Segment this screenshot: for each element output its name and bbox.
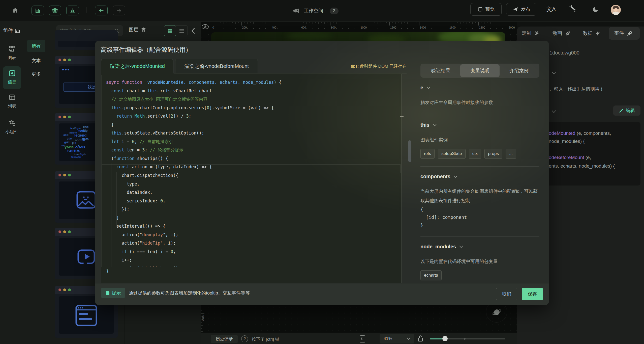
hint-badge: 提示 [101,288,125,298]
chart-tool-button[interactable] [32,6,44,15]
grid-view-button[interactable] [164,25,176,36]
preview-button[interactable]: 预览 [470,3,502,16]
current-line-highlight [102,164,401,173]
modal-doc-panel: 验证结果 变量说明 介绍案例 e 触发对应生命周期事件时接收的参数 this 图… [420,64,539,280]
ctrl-key-hint: 按下了 [ctrl] 键 [252,336,280,342]
event-code-preview: odeMounted (e, components,node_modules) … [542,122,640,186]
components-panel-title: 组件 [3,27,20,34]
help-icon[interactable]: ? [241,335,248,342]
leaf-icon [565,31,571,36]
doc-desc-components: 当前大屏内所有组件的集合id 图表组件中的配置id，可以获取其他图表组件进行控制 [420,187,539,205]
dark-mode-moon-icon[interactable] [592,6,599,13]
tab-events[interactable]: 事件 [614,27,633,40]
redo-button[interactable] [113,6,125,15]
tab-intro-examples[interactable]: 介绍案例 [500,64,539,77]
document-icon [105,290,110,296]
lightning-icon [595,30,600,36]
divider [420,166,539,167]
workspace-badge: 2 [330,8,339,14]
planet-icon [492,307,502,317]
doc-tag[interactable]: ctx [469,149,481,159]
fish-icon [292,8,300,14]
tab-vnode-before-mount[interactable]: 渲染之前-vnodeBeforeMount [175,59,258,73]
doc-tab-group: 验证结果 变量说明 介绍案例 [420,64,539,78]
doc-tag[interactable]: refs [420,149,435,159]
components-chart-icon [15,28,20,33]
layers-tool-button[interactable] [49,6,61,15]
tab-animation[interactable]: 动画 [553,27,571,40]
publish-button[interactable]: 发布 [506,3,536,16]
doc-tag[interactable]: props [484,149,502,159]
doc-section-node-modules[interactable]: node_modules [420,243,539,250]
magic-wand-icon[interactable] [568,5,576,13]
events-teaser-text: 、移入、移出】尽情期待！ [549,86,604,92]
code-closing-brace: } [106,269,109,274]
language-icon[interactable]: 文A [546,6,556,13]
editor-scrollbar-thumb[interactable] [400,116,404,117]
avatar[interactable] [611,5,621,15]
sidebar-group-charts[interactable]: 图表 [0,45,24,61]
doc-section-this[interactable]: this [420,122,539,128]
doc-tag[interactable]: ... [506,149,516,159]
undo-button[interactable] [95,6,108,15]
chevron-down-icon [433,124,437,126]
component-id-text: 1doctqwg000 [549,50,579,56]
tools-icon [534,31,540,36]
sidebar-group-widgets[interactable]: 小组件 [0,120,24,135]
workspace-title: 工作空间 - 2 [292,0,339,22]
history-button[interactable]: 历史记录 [211,335,238,343]
pencil-icon [619,108,624,113]
sidebar-group-info[interactable]: 信息 [0,70,24,85]
video-play-icon [77,249,95,264]
info-group-icon [0,70,24,77]
preview-icon [477,7,483,12]
home-icon[interactable] [12,7,19,14]
doc-desc-e: 触发对应生命周期事件时接收的参数 [420,98,539,107]
send-icon [512,6,518,12]
zoom-select[interactable]: 41% [380,334,414,343]
tab-vnode-mounted[interactable]: 渲染之后-vnodeMounted [101,59,173,73]
doc-section-e[interactable]: e [420,84,539,91]
shortcut-panel-icon[interactable] [357,334,368,343]
hint-text: 通过提供的参数可为图表增加定制化的tooltip、交互事件等等 [129,290,250,296]
tab-data[interactable]: 数据 [583,27,600,40]
indent-guide [116,172,117,227]
doc-desc-this: 图表组件实例 [420,135,539,145]
cancel-button[interactable]: 取消 [496,288,517,300]
list-view-button[interactable] [176,25,188,36]
indent-guide [122,180,122,210]
tips-text: tips: 此时组件 DOM 已经存在 [345,63,407,69]
chevron-down-icon[interactable] [551,71,556,74]
indent-guide [111,163,111,267]
layers-view-toggle [164,25,188,36]
rocket-icon [627,30,633,36]
doc-panel-scrollbar[interactable] [408,140,411,162]
tab-customize[interactable]: 定制 [522,27,540,40]
doc-section-components[interactable]: components [420,173,539,180]
divider [420,236,539,237]
horizontal-ruler: 0200400600800100012001400160018002000 [210,22,517,31]
tab-validation-result[interactable]: 验证结果 [421,64,460,77]
edit-button[interactable]: 编辑 [613,105,640,116]
chevron-down-icon[interactable] [551,110,556,113]
doc-tag[interactable]: echarts [420,270,442,280]
doc-tag[interactable]: setupState [438,149,465,159]
category-all[interactable]: 所有 [27,40,45,52]
zoom-slider-handle[interactable] [442,336,448,341]
category-more[interactable]: 更多 [27,71,45,77]
save-button[interactable]: 保存 [522,288,543,300]
prism-tool-button[interactable] [66,6,79,15]
editor-column-ruler [402,74,402,283]
toolbar-separator [86,7,86,13]
sidebar-group-list[interactable]: 列表 [0,94,24,109]
app-root: 工作空间 - 2 预览 发布 文A 组件 请输入组件名称 [0,0,644,344]
category-text[interactable]: 文本 [27,58,45,64]
collapse-panel-button[interactable] [190,27,196,35]
tab-variable-description[interactable]: 变量说明 [460,64,499,77]
lock-icon[interactable] [417,335,423,342]
widgets-group-icon [0,120,24,127]
chevron-down-icon [453,175,458,178]
chevron-down-icon [426,86,431,89]
divider [549,99,638,99]
ruler-eye-icon[interactable] [201,24,209,30]
